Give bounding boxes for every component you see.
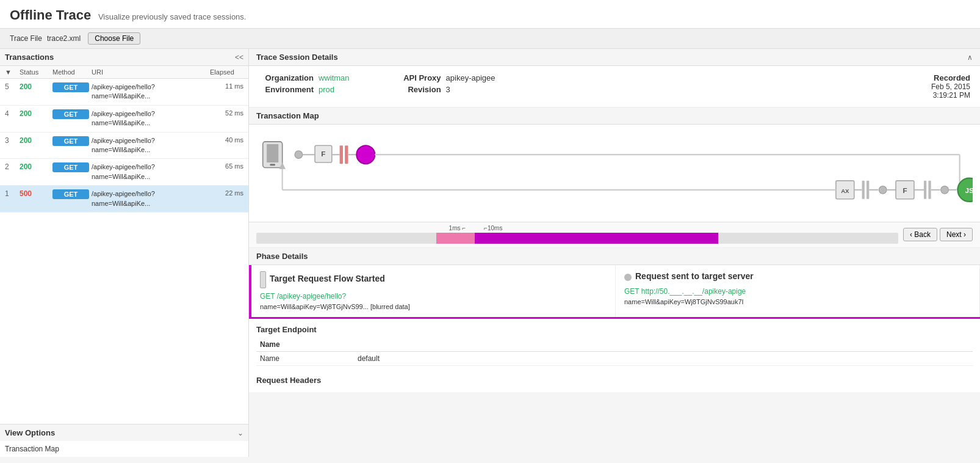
file-label: Trace File [10, 34, 42, 43]
elapsed-text: 40 ms [210, 136, 243, 144]
timeline-label-1ms: 1ms ⌐ [449, 225, 466, 232]
view-options-footer: Transaction Map [0, 441, 248, 457]
elapsed-text: 52 ms [210, 109, 243, 117]
back-button[interactable]: ‹ Back [903, 228, 937, 241]
svg-point-11 [356, 145, 375, 164]
status-badge: 200 [20, 162, 50, 171]
request-headers-section: Request Headers [249, 372, 980, 392]
table-row[interactable]: 1 500 GET /apikey-apigee/hello?name=Will… [0, 186, 248, 213]
row-num: 4 [5, 109, 17, 118]
phase-card-icon-1 [260, 271, 266, 288]
right-panel: Trace Session Details ∧ Organization wwi… [249, 49, 980, 457]
timeline-bar [256, 233, 898, 244]
th-value [354, 338, 973, 352]
endpoint-name-label: Name [256, 352, 354, 366]
flow-diagram: F AX [256, 129, 973, 215]
svg-rect-8 [340, 145, 343, 164]
th-elapsed: Elapsed [210, 68, 243, 76]
organization-label: Organization [259, 73, 314, 82]
uri-text: /apikey-apigee/hello?name=Will&apiKe... [92, 82, 207, 101]
endpoint-name-value: default [354, 352, 973, 366]
method-get-button[interactable]: GET [52, 136, 89, 146]
collapse-transactions-icon[interactable]: << [235, 53, 243, 62]
timeline-nav: ‹ Back Next › [903, 228, 973, 241]
th-name: Name [256, 338, 354, 352]
file-bar: Trace File trace2.xml Choose File [0, 29, 980, 49]
method-get-button[interactable]: GET [52, 189, 89, 199]
method-get-button[interactable]: GET [52, 82, 89, 92]
phase-card-2: Request sent to target server GET http:/… [616, 265, 980, 317]
request-headers-title: Request Headers [256, 376, 973, 385]
phase-details-header: Phase Details [249, 248, 980, 265]
svg-rect-1 [267, 144, 278, 162]
view-options-bar: View Options ⌄ [0, 424, 248, 441]
collapse-trace-icon[interactable]: ∧ [967, 53, 973, 62]
trace-session-title: Trace Session Details [256, 53, 338, 62]
organization-value: wwitman [319, 73, 350, 82]
phase-card-params-2: name=Will&apiKey=Wj8TGjNvS99auk7I [624, 298, 744, 305]
method-get-button[interactable]: GET [52, 109, 89, 119]
transaction-map-header: Transaction Map [249, 108, 980, 125]
trace-session-header: Trace Session Details ∧ [249, 49, 980, 66]
row-num: 1 [5, 189, 17, 198]
api-proxy-value: apikey-apigee [446, 73, 495, 82]
svg-text:AX: AX [841, 188, 849, 194]
row-num: 2 [5, 162, 17, 171]
endpoint-table: Name Name default [256, 338, 973, 366]
th-uri: URI [92, 68, 207, 76]
target-endpoint-section: Target Endpoint Name Name default [249, 319, 980, 372]
recorded-date: Feb 5, 2015 [931, 82, 970, 91]
svg-rect-18 [862, 181, 865, 199]
phase-card-method-2: GET http://50.___.__.__/apikey-apige [624, 287, 971, 296]
timeline-section: 1ms ⌐ ⌐10ms ‹ Back Next › [249, 222, 980, 248]
phase-card-dot-2 [624, 274, 632, 281]
revision-label: Revision [386, 85, 441, 94]
svg-point-3 [295, 151, 303, 159]
transaction-map-area: F AX [249, 125, 980, 222]
api-proxy-label: API Proxy [386, 73, 441, 82]
svg-rect-2 [270, 164, 275, 166]
th-sort-icon: ▼ [5, 68, 17, 76]
svg-point-29 [941, 186, 949, 194]
table-row[interactable]: 5 200 GET /apikey-apigee/hello?name=Will… [0, 79, 248, 106]
elapsed-text: 11 ms [210, 82, 243, 90]
timeline-segment-magenta [475, 233, 719, 244]
status-badge: 200 [20, 136, 50, 145]
row-num: 3 [5, 136, 17, 145]
proxy-revision-group: API Proxy apikey-apigee Revision 3 [386, 73, 495, 100]
table-row[interactable]: 4 200 GET /apikey-apigee/hello?name=Will… [0, 106, 248, 133]
th-status: Status [20, 68, 50, 76]
phase-cards: Target Request Flow Started GET /apikey-… [249, 265, 980, 319]
recorded-section: Recorded Feb 5, 2015 3:19:21 PM [931, 73, 970, 100]
svg-rect-27 [928, 181, 931, 199]
svg-point-21 [879, 186, 887, 194]
view-options-collapse-icon[interactable]: ⌄ [237, 429, 243, 437]
table-row[interactable]: 2 200 GET /apikey-apigee/hello?name=Will… [0, 159, 248, 186]
method-get-button[interactable]: GET [52, 162, 89, 172]
status-badge: 200 [20, 109, 50, 118]
timeline-segment-pink [436, 233, 475, 244]
page-title: Offline Trace [10, 7, 91, 23]
recorded-label: Recorded [931, 73, 970, 82]
table-row[interactable]: 3 200 GET /apikey-apigee/hello?name=Will… [0, 133, 248, 159]
environment-label: Environment [259, 85, 314, 94]
row-num: 5 [5, 82, 17, 91]
choose-file-button[interactable]: Choose File [88, 32, 140, 45]
svg-rect-26 [924, 181, 926, 199]
left-panel: Transactions << ▼ Status Method URI Elap… [0, 49, 249, 457]
environment-value: prod [319, 85, 334, 94]
page-header: Offline Trace Visualize previously saved… [0, 0, 980, 29]
phase-card-params-1: name=Will&apiKey=Wj8TGjNvS99... [blurred… [260, 303, 410, 310]
phase-card-1: Target Request Flow Started GET /apikey-… [249, 265, 616, 317]
svg-rect-9 [345, 145, 348, 164]
svg-text:F: F [321, 150, 325, 158]
target-endpoint-title: Target Endpoint [256, 325, 973, 334]
transactions-header: Transactions << [0, 49, 248, 66]
uri-text: /apikey-apigee/hello?name=Will&apiKe... [92, 162, 207, 181]
trace-session-info: Organization wwitman Environment prod AP… [249, 66, 980, 108]
next-button[interactable]: Next › [940, 228, 973, 241]
phase-card-method-1: GET /apikey-apigee/hello? [260, 292, 607, 301]
uri-text: /apikey-apigee/hello?name=Will&apiKe... [92, 189, 207, 208]
org-env-group: Organization wwitman Environment prod [259, 73, 350, 100]
th-method: Method [52, 68, 89, 76]
